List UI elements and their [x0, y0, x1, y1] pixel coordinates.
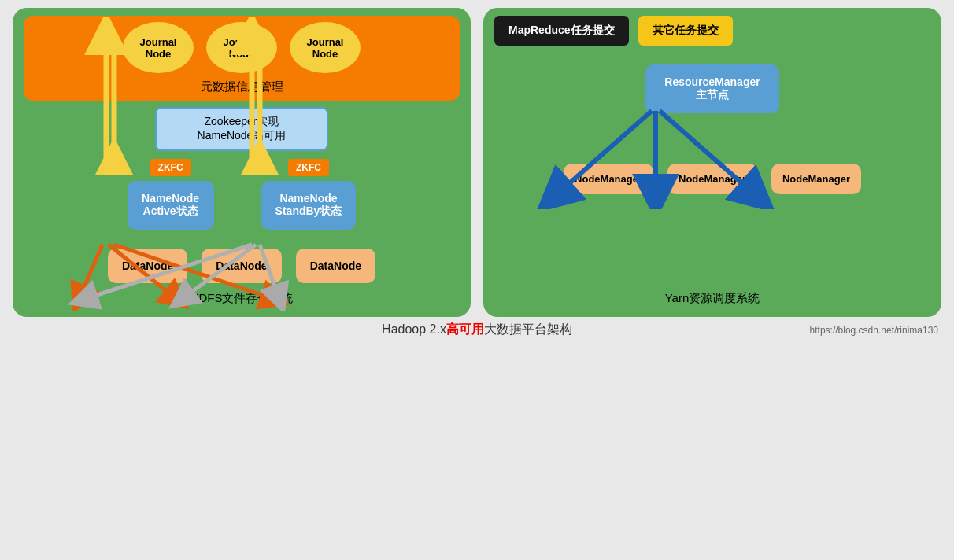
hdfs-label: HDFS文件存储系统	[24, 291, 460, 306]
journal-node-3: JournalNode	[290, 22, 361, 73]
namenode-active-box: NameNodeActive状态	[128, 181, 214, 230]
journal-node-1: JournalNode	[123, 22, 194, 73]
btn-other[interactable]: 其它任务提交	[638, 16, 733, 46]
btn-mapreduce[interactable]: MapReduce任务提交	[494, 16, 629, 46]
rm-section: ResourceManager主节点 NodeManager NodeManag…	[494, 64, 930, 283]
namenode-active-col: ZKFC NameNodeActive状态	[128, 159, 214, 230]
caption-text: Hadoop 2.x高可用大数据平台架构	[382, 322, 572, 338]
nm-1: NodeManager	[564, 164, 653, 194]
right-panel: MapReduce任务提交 其它任务提交 ResourceManager主节点	[483, 8, 941, 317]
journal-bar: JournalNode JournalNode JournalNode 元数据信…	[24, 16, 460, 101]
namenode-standby-col: ZKFC NameNodeStandBy状态	[261, 159, 357, 230]
caption-prefix: Hadoop 2.x	[382, 322, 446, 336]
datanode-1: DataNode	[108, 249, 187, 283]
left-panel: JournalNode JournalNode JournalNode 元数据信…	[13, 8, 471, 317]
namenode-standby-box: NameNodeStandBy状态	[261, 181, 357, 230]
datanode-3: DataNode	[296, 249, 375, 283]
yarn-label: Yarn资源调度系统	[494, 291, 930, 306]
zkfc-badge-left: ZKFC	[150, 159, 191, 176]
datanode-row: DataNode DataNode DataNode	[24, 249, 460, 283]
caption-suffix: 大数据平台架构	[484, 322, 572, 336]
nm-2: NodeManager	[667, 164, 757, 194]
bottom-caption: Hadoop 2.x高可用大数据平台架构 https://blog.csdn.n…	[0, 317, 954, 340]
zkfc-badge-right: ZKFC	[288, 159, 329, 176]
journal-node-2: JournalNode	[206, 22, 277, 73]
namenode-section: ZKFC NameNodeActive状态 ZKFC NameNodeStand…	[24, 159, 460, 230]
nodemanager-row: NodeManager NodeManager NodeManager	[564, 164, 861, 194]
main-container: JournalNode JournalNode JournalNode 元数据信…	[13, 8, 941, 317]
caption-url: https://blog.csdn.net/rinima130	[810, 325, 938, 336]
rm-box: ResourceManager主节点	[645, 64, 778, 113]
caption-highlight: 高可用	[446, 322, 484, 336]
task-buttons: MapReduce任务提交 其它任务提交	[494, 16, 930, 46]
nm-3: NodeManager	[771, 164, 861, 194]
zookeeper-box: Zookeeper实现NameNode高可用	[155, 107, 328, 151]
datanode-2: DataNode	[202, 249, 281, 283]
metadata-label: 元数据信息管理	[201, 79, 283, 94]
journal-nodes-row: JournalNode JournalNode JournalNode	[123, 22, 361, 73]
